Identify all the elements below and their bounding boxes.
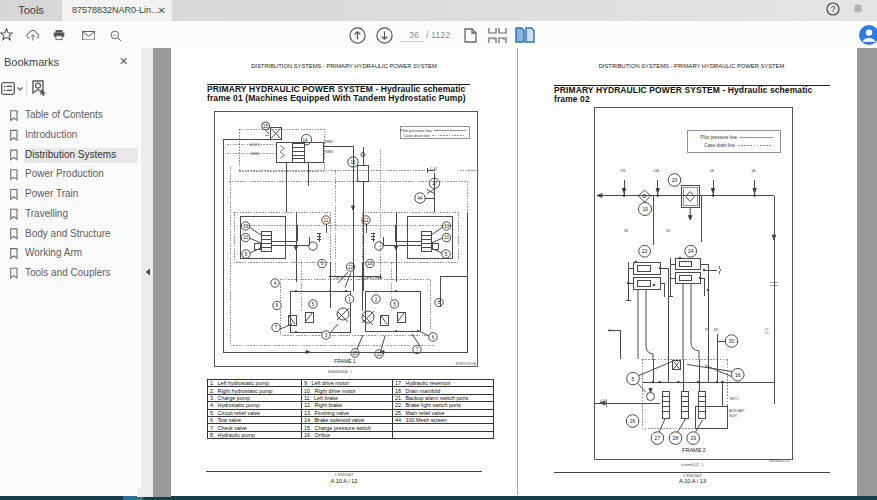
svg-text:15: 15 [263,124,269,129]
svg-text:MC: MC [714,328,719,332]
svg-text:19: 19 [642,206,648,212]
svg-text:25: 25 [352,351,358,356]
svg-text:27: 27 [655,435,661,441]
svg-text:1: 1 [348,297,351,302]
svg-text:30: 30 [729,338,735,344]
svg-text:9: 9 [321,261,324,266]
svg-text:2: 2 [375,297,378,302]
svg-text:SG: SG [666,229,671,233]
svg-text:5: 5 [312,302,315,307]
svg-text:5: 5 [445,252,448,257]
svg-text:FRAME 1: FRAME 1 [334,358,356,364]
svg-text:AUXILIARY: AUXILIARY [729,409,745,413]
svg-text:CASE DRAIN: CASE DRAIN [364,276,382,280]
svg-text:FT ): FT ) [608,329,613,333]
svg-text:26: 26 [630,418,636,424]
svg-text:16: 16 [735,372,741,378]
svg-text:SWB4: SWB4 [325,150,334,154]
svg-text:29: 29 [690,435,696,441]
svg-text:4B: 4B [710,169,714,173]
svg-text:Pilot pressure line: Pilot pressure line [700,135,737,140]
svg-text:d 1/7: d 1/7 [600,399,607,403]
svg-text:Case drain line: Case drain line [403,133,430,138]
svg-text:MFCO: MFCO [730,397,739,401]
svg-text:(2.2): (2.2) [765,328,769,334]
svg-text:CH.OUT: CH.OUT [334,276,346,280]
svg-text:16: 16 [350,160,356,165]
svg-text:5: 5 [245,252,248,257]
svg-text:SWB2: SWB2 [325,140,334,144]
svg-text:21: 21 [376,352,382,357]
svg-text:schem04-02 1: schem04-02 1 [681,463,703,467]
svg-text:7: 7 [275,325,278,330]
svg-text:20: 20 [672,177,678,183]
svg-text:BUW7029/1/A: BUW7029/1/A [456,362,477,366]
svg-text:Case drain line: Case drain line [704,143,735,148]
svg-text:3: 3 [325,333,328,338]
svg-text:PC: PC [705,328,710,332]
svg-text:14: 14 [302,138,308,143]
svg-text:11: 11 [324,218,329,223]
svg-text:47A: 47A [654,169,659,173]
svg-text:(L1O): (L1O) [250,142,261,147]
svg-text:24: 24 [688,248,694,254]
svg-text:7: 7 [416,347,419,352]
svg-text:SB: SB [624,229,628,233]
svg-text:BD04M101-02: BD04M101-02 [769,459,790,463]
svg-text:47B: 47B [620,169,625,173]
svg-text:28: 28 [673,435,679,441]
svg-text:6: 6 [276,303,279,308]
svg-text:10: 10 [444,235,450,240]
svg-text:12: 12 [363,218,369,223]
svg-text:17: 17 [432,181,438,186]
svg-text:(HG): (HG) [251,151,260,156]
svg-text:INLET: INLET [729,414,738,418]
svg-text:5: 5 [393,302,396,307]
svg-text:4A: 4A [752,169,756,173]
svg-text:5: 5 [632,376,635,382]
svg-text:10: 10 [243,235,249,240]
svg-text:B0804094DA 1: B0804094DA 1 [328,370,352,374]
svg-text:10: 10 [367,261,373,266]
svg-text:C 44: C 44 [430,167,437,171]
svg-text:13: 13 [444,224,450,229]
svg-text:8: 8 [438,300,441,305]
svg-text:44: 44 [417,196,423,201]
svg-text:22: 22 [348,265,354,270]
svg-text:4: 4 [274,281,277,286]
svg-text:?: ? [831,4,836,14]
svg-text:13: 13 [243,224,249,229]
svg-text:23: 23 [642,248,648,254]
svg-text:6: 6 [432,335,435,340]
svg-text:FRAME 2: FRAME 2 [682,447,706,453]
